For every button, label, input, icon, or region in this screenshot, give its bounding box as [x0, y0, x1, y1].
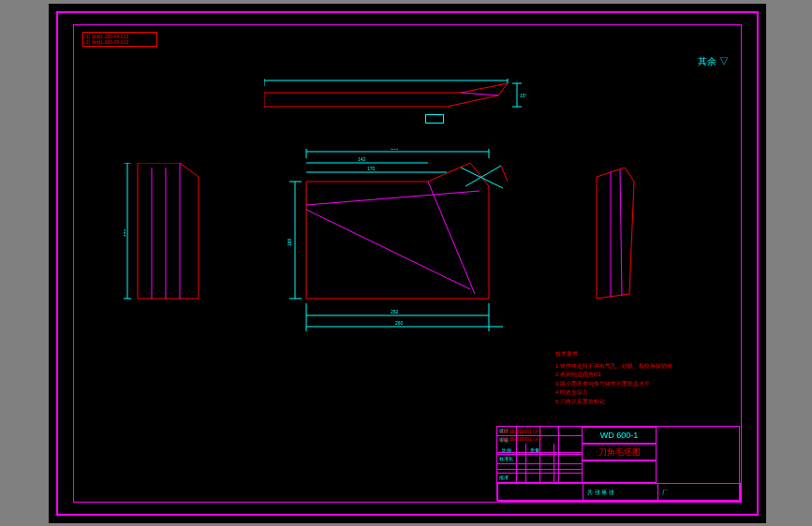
right-view [592, 168, 643, 303]
tech-item-1: 1 铸件铸造时不许有气孔、砂眼、裂纹等缺陷铸 [555, 362, 724, 372]
material-1: 330-30-010001 (左) [500, 429, 541, 434]
section-marker [425, 114, 444, 124]
svg-line-4 [447, 95, 498, 107]
dim-left-height: 195 [124, 228, 126, 237]
dim-front-w5: 260 [395, 320, 404, 326]
revision-note-box: (1) 钢材1.295-04-013 (2) 钢材1.295-05-013 [82, 32, 157, 47]
dim-top-width: 260 [381, 79, 390, 80]
tech-title: 技术要求 [555, 350, 724, 359]
svg-line-14 [180, 163, 199, 177]
dim-front-w3: 170 [367, 166, 376, 171]
left-view: 195 [124, 163, 213, 308]
tech-item-2: 2 各倒钝边圆角R3 [555, 371, 724, 380]
svg-line-30 [306, 191, 480, 205]
svg-line-34 [465, 166, 501, 186]
tb-approve-label: 批准 [499, 475, 509, 480]
sheet-info: 共 张 第 张 [587, 489, 614, 497]
tech-item-5: 5 刀角正反面按标记 [555, 398, 724, 407]
title-block-bottom: 共 张 第 张 厂 [497, 483, 741, 502]
note-line-2: (2) 钢材1.295-05-013 [84, 39, 155, 45]
drawing-name: 刀角毛坯图 [582, 444, 657, 460]
svg-line-54 [620, 169, 622, 296]
tb-scale-label: 比例 [502, 447, 511, 453]
dim-front-h1: 165 [287, 238, 292, 246]
tb-center-mid [582, 460, 657, 483]
tech-item-3: 3 两小面所夹钝角与铸件平面垂直水平 [555, 380, 724, 389]
svg-line-51 [597, 294, 629, 299]
dim-front-w4: 252 [391, 309, 399, 314]
svg-line-50 [629, 182, 634, 294]
tb-mass-label: 质量 [530, 447, 539, 453]
dim-front-w2: 142 [358, 156, 366, 162]
front-view: 195 142 170 252 260 165 [278, 149, 522, 336]
dim-top-angle: 15° [520, 93, 526, 98]
svg-line-32 [428, 182, 475, 294]
technical-requirements: 技术要求 1 铸件铸造时不许有气孔、砂眼、裂纹等缺陷铸 2 各倒钝边圆角R3 3… [555, 350, 724, 407]
tech-item-4: 4 时效去应力 [555, 388, 724, 398]
dim-front-w1: 195 [391, 149, 399, 151]
cad-canvas[interactable]: (1) 钢材1.295-04-013 (2) 钢材1.295-05-013 其余… [49, 4, 766, 523]
svg-line-35 [501, 166, 508, 182]
svg-line-6 [461, 93, 498, 95]
surface-finish-symbol: 其余 ▽ [698, 55, 729, 68]
svg-line-3 [461, 83, 508, 93]
title-block: 设计 审核 标准化 批准 WD 600-1 刀角毛坯图 330-30-01000… [496, 426, 740, 501]
drawing-number: WD 600-1 [582, 427, 657, 444]
svg-line-31 [306, 210, 470, 289]
top-view: 260 15° [264, 79, 526, 125]
material-2: 330-30-010001 (右) [500, 436, 541, 442]
factory-label: 厂 [662, 489, 668, 497]
title-block-right: 330-30-010001 (左) 330-30-010001 (右) 比例 质… [497, 502, 582, 526]
svg-line-49 [625, 168, 634, 182]
